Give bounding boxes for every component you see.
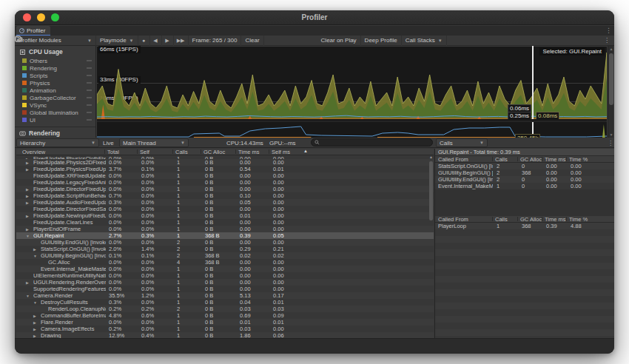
hierarchy-row-fixedupdate-newinputfixedu[interactable]: ▶FixedUpdate.NewInputFixedU0.0%0.0%10 B0… (16, 212, 434, 219)
hierarchy-row-playerendofframe[interactable]: ▶PlayerEndOfFrame0.0%0.0%10 B0.000.00 (16, 226, 434, 232)
module-item-garbagecollector[interactable]: GarbageCollector (15, 94, 95, 101)
module-cpu-header[interactable]: CPU Usage (15, 46, 95, 57)
hierarchy-row-guiutility-endgui-invoke[interactable]: GUIUtility.EndGUI() [Invoke0.0%0.0%20 B0… (16, 239, 434, 246)
column-calls[interactable]: Calls (495, 156, 508, 163)
hierarchy-row-fixedupdate-scriptrunbehav[interactable]: ▶FixedUpdate.ScriptRunBehav0.7%0.0%10 B0… (16, 192, 434, 199)
expanded-arrow-icon[interactable]: ▼ (26, 294, 30, 298)
hierarchy-row-guiutility-begingui-invol[interactable]: ▼GUIUtility.BeginGUI() [Invol0.1%0.1%236… (16, 252, 434, 259)
hierarchy-row-fixedupdate-directorfixedup[interactable]: ▶FixedUpdate.DirectorFixedUp0.0%0.0%10 B… (16, 186, 434, 192)
column-called-from[interactable]: Called From (438, 156, 468, 163)
hierarchy-row-statsscript-ongui-invoke[interactable]: ▶StatsScript.OnGUI() [Invoke2.0%1.4%20 B… (16, 246, 434, 252)
hierarchy-scrollbar[interactable]: ▲ (428, 155, 434, 229)
collapsed-arrow-icon[interactable]: ▶ (26, 187, 29, 192)
kebab-menu-icon[interactable]: ⋮ (602, 37, 611, 44)
collapsed-arrow-icon[interactable]: ▶ (26, 167, 29, 172)
marker-column-icon[interactable]: ▲ (303, 149, 308, 153)
expanded-arrow-icon[interactable]: ▼ (33, 254, 37, 258)
calls-row-statsscript-ongui-invok[interactable]: StatsScript.OnGUI() [Invok 2 0 0.00 0.00 (435, 163, 614, 169)
hierarchy-row-fixedupdate-audiofixedupda[interactable]: ▶FixedUpdate.AudioFixedUpda0.3%0.0%10 B0… (16, 199, 434, 206)
hierarchy-row-ugui-rendering-renderoverla[interactable]: ▶UGUI.Rendering.RenderOverla0.0%0.0%10 B… (16, 279, 434, 286)
clear-on-play-toggle[interactable]: Clear on Play (317, 36, 361, 46)
expanded-arrow-icon[interactable]: ▼ (33, 300, 37, 305)
live-toggle[interactable]: Live (103, 138, 114, 148)
view-mode-dropdown[interactable]: Hierarchy▼ (16, 138, 99, 147)
column-gc-alloc[interactable]: GC Alloc (520, 216, 542, 223)
calls-row-guiutility-endgui-invok[interactable]: GUIUtility.EndGUI() [Invok 2 0 0.00 0.00 (435, 176, 614, 183)
previous-frame-button[interactable]: ◀ (150, 36, 162, 46)
expanded-arrow-icon[interactable]: ▼ (26, 234, 30, 238)
column-calls[interactable]: Calls (495, 216, 508, 223)
next-frame-button[interactable]: ▶ (162, 36, 174, 46)
collapsed-arrow-icon[interactable]: ▶ (26, 280, 29, 285)
hierarchy-row-camera-render[interactable]: ▼Camera.Render35.5%1.2%10 B5.130.17 (16, 292, 434, 299)
module-item-global-illumination[interactable]: Global Illumination (15, 109, 95, 116)
hierarchy-row-fixedupdate-clearlines[interactable]: FixedUpdate.ClearLines0.0%0.0%10 B0.000.… (16, 219, 434, 226)
hierarchy-row-gui-repaint[interactable]: ▼GUI.Repaint2.7%0.3%1368 B0.390.05 (16, 232, 434, 239)
calls-row-event-internal-makemaste[interactable]: Event.Internal_MakeMaste 1 0 0.00 0.00 (435, 183, 614, 189)
module-item-others[interactable]: Others (15, 57, 95, 64)
chart-scrollbar-thumb[interactable] (609, 53, 613, 105)
drag-handle[interactable] (87, 82, 92, 84)
collapsed-arrow-icon[interactable]: ▶ (33, 327, 36, 331)
drag-handle[interactable] (87, 112, 92, 113)
drag-handle[interactable] (87, 119, 92, 121)
hierarchy-row-fixedupdate-directorfixedsa[interactable]: FixedUpdate.DirectorFixedSa0.0%0.0%10 B0… (16, 206, 434, 212)
hierarchy-row-flare-render[interactable]: ▶Flare.Render0.0%0.0%10 B0.010.01 (16, 319, 434, 326)
thread-dropdown[interactable]: Main Thread▼ (119, 138, 189, 147)
called-from-header-2[interactable]: Called FromCallsGC AllocTime msTime % (435, 216, 614, 223)
drag-handle[interactable] (87, 60, 92, 61)
hierarchy-row-event-internal-makemaster[interactable]: Event.Internal_MakeMaster0.0%0.0%10 B0.0… (16, 266, 434, 272)
drag-handle[interactable] (87, 97, 92, 98)
collapsed-arrow-icon[interactable]: ▶ (33, 314, 36, 318)
hierarchy-scrollbar-thumb[interactable] (429, 161, 433, 220)
collapsed-arrow-icon[interactable]: ▶ (26, 161, 29, 165)
module-item-animation[interactable]: Animation (15, 87, 95, 94)
hierarchy-row-destroycullresults[interactable]: ▼DestroyCullResults0.3%0.0%10 B0.040.01 (16, 299, 434, 306)
search-input[interactable] (311, 138, 433, 146)
drag-handle[interactable] (87, 75, 92, 76)
hierarchy-row-uielementsruntimeutilitynati[interactable]: UIElementsRuntimeUtilityNati0.0%0.0%10 B… (16, 272, 434, 279)
collapsed-arrow-icon[interactable]: ▶ (33, 320, 36, 325)
collapsed-arrow-icon[interactable]: ▶ (26, 214, 29, 218)
help-icon[interactable]: ? (15, 36, 21, 42)
hierarchy-row-gc-alloc[interactable]: GC.Alloc0.0%0.0%4368 B0.000.00 (16, 259, 434, 266)
cpu-usage-chart[interactable]: 66ms (15FPS)33ms (30FPS)16ms (60FPS)Sele… (97, 46, 607, 119)
hierarchy-row-fixedupdate-xrfixedupdate[interactable]: FixedUpdate.XRFixedUpdate0.0%0.0%10 B0.0… (16, 172, 434, 179)
column-time-ms[interactable]: Time ms (238, 149, 259, 155)
drag-handle[interactable] (87, 67, 92, 69)
calls-row-playerloop[interactable]: PlayerLoop 1 368 0.39 4.88 (435, 223, 614, 229)
collapsed-arrow-icon[interactable]: ▶ (33, 334, 36, 338)
module-item-rendering[interactable]: Rendering (15, 64, 95, 72)
column-time-ms[interactable]: Time ms (545, 156, 565, 163)
module-item-physics[interactable]: Physics (15, 79, 95, 87)
column-self-ms[interactable]: Self ms (272, 149, 290, 155)
column-time-[interactable]: Time % (569, 216, 588, 223)
module-item-vsync[interactable]: VSync (15, 101, 95, 109)
hierarchy-row-fixedupdate-physics2dfixedu[interactable]: ▶FixedUpdate.Physics2DFixedU0.0%0.0%10 B… (16, 159, 434, 166)
clear-button[interactable]: Clear (241, 36, 263, 46)
drag-handle[interactable] (87, 90, 92, 91)
column-time-[interactable]: Time % (569, 156, 588, 163)
chart-scrollbar[interactable]: ▲ ▼ (608, 46, 613, 138)
module-rendering-header[interactable]: Rendering (15, 127, 95, 138)
column-total[interactable]: Total (107, 149, 119, 155)
hierarchy-row-drawing[interactable]: ▶Drawing12.9%0.4%10 B1.860.06 (16, 332, 434, 338)
collapsed-arrow-icon[interactable]: ▶ (26, 200, 29, 205)
column-gc-alloc[interactable]: GC Alloc (204, 149, 225, 155)
hierarchy-row-commandbuffer-beforeima[interactable]: ▶CommandBuffer.BeforeIma4.8%0.6%10 B0.69… (16, 312, 434, 319)
profiler-modules-dropdown[interactable]: Profiler Modules▼ (15, 36, 96, 46)
module-item-scripts[interactable]: Scripts (15, 72, 95, 79)
drag-handle[interactable] (87, 104, 92, 106)
tab-profiler[interactable]: Profiler (16, 26, 50, 36)
collapsed-arrow-icon[interactable]: ▶ (26, 194, 29, 198)
deep-profile-toggle[interactable]: Deep Profile (361, 36, 402, 46)
column-gc-alloc[interactable]: GC Alloc (520, 156, 542, 163)
call-stacks-dropdown[interactable]: Call Stacks▼ (402, 36, 447, 46)
target-mode-dropdown[interactable]: Playmode▼ (96, 36, 138, 46)
hierarchy-row-renderloop-cleanupnoc[interactable]: RenderLoop.CleanupNoc0.2%0.2%20 B0.030.0… (16, 306, 434, 312)
column-self[interactable]: Self (140, 149, 149, 155)
module-item-ui[interactable]: UI (15, 116, 95, 124)
selected-frame-marker[interactable] (532, 46, 534, 119)
column-time-ms[interactable]: Time ms (545, 216, 565, 223)
calls-view-dropdown[interactable]: Calls▼ (436, 138, 488, 147)
